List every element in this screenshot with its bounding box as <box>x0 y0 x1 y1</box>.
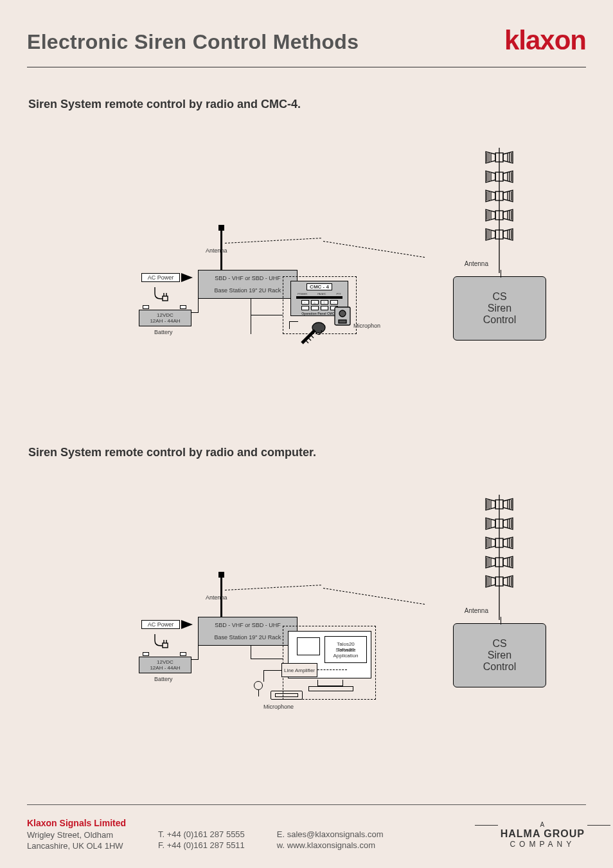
page-title: Electronic Siren Control Methods <box>27 30 359 54</box>
radio-wave1-2 <box>225 585 321 590</box>
svg-rect-13 <box>339 320 346 323</box>
battery-box: 12VDC 12AH - 44AH <box>139 310 191 326</box>
fax: F. +44 (0)161 287 5511 <box>158 840 245 851</box>
base-antenna-label-2: Antenna <box>206 594 227 601</box>
base2-l1: SBD - VHF or SBD - UHF <box>215 622 281 628</box>
talos-l1: Talos20 <box>337 647 355 653</box>
brand-logo: klaxon <box>504 27 586 54</box>
siren2-l3: Control <box>483 661 517 673</box>
siren-antenna-icon-2 <box>482 495 517 620</box>
antenna2-stem <box>501 270 501 278</box>
mouse-icon <box>254 681 263 690</box>
footer-rule <box>27 804 586 805</box>
halma-logo: A HALMA GROUP COMPANY <box>501 821 585 849</box>
microphone-label-2: Microphone <box>263 704 294 710</box>
addr1: Wrigley Street, Oldham <box>27 829 126 841</box>
siren-antenna-label-2: Antenna <box>465 607 488 614</box>
cmc-display-bar <box>296 296 342 299</box>
monitor-foot-icon <box>308 686 353 691</box>
ac-power-label-2: AC Power <box>141 620 180 629</box>
siren-l3: Control <box>483 314 517 326</box>
mic-to-amp-h <box>263 670 281 671</box>
line-amplifier-box: Line Amplifier <box>281 663 317 677</box>
mic-wire1 <box>289 321 298 322</box>
talos-software-box: Talos20 <box>324 636 367 663</box>
radio-wave2-icon <box>323 241 425 258</box>
cs-siren-control-box: CS Siren Control <box>453 276 546 341</box>
footer-phone: T. +44 (0)161 287 5555 F. +44 (0)161 287… <box>158 817 245 852</box>
halma-main: HALMA GROUP <box>501 828 585 840</box>
line-amp-dashed <box>317 669 347 670</box>
base-to-pc-h <box>251 659 283 659</box>
cs-siren-control-box-2: CS Siren Control <box>453 623 546 687</box>
battery-caption-2: Battery <box>154 676 173 682</box>
siren2-l2: Siren <box>488 650 511 661</box>
diagram-cmc4: CS Siren Control Antenna Antenna <box>96 148 559 360</box>
siren2-l1: CS <box>492 638 506 650</box>
page-header: Electronic Siren Control Methods klaxon <box>27 27 586 67</box>
mic-wire2 <box>289 321 290 329</box>
base-line2: Base Station 19" 2U Rack <box>215 287 281 294</box>
batt-wire2-2 <box>198 646 199 660</box>
email: E. sales@klaxonsignals.com <box>277 829 384 840</box>
cmc-led-ptt: PTT <box>336 292 341 296</box>
diagram-computer: CS Siren Control Antenna Antenna AC Powe… <box>96 495 559 707</box>
siren-l1: CS <box>492 291 506 303</box>
section2-heading: Siren System remote control by radio and… <box>28 446 316 459</box>
ac-power-arrow-icon <box>181 273 193 282</box>
plug-icon <box>151 286 170 305</box>
cmc-btn-row1: ←△▽→ <box>291 300 348 305</box>
siren-antenna-label: Antenna <box>465 260 488 267</box>
svg-rect-8 <box>163 296 168 301</box>
siren-antenna-icon <box>482 148 517 273</box>
battery-caption: Battery <box>154 329 173 335</box>
radio-wave2-2 <box>323 588 425 605</box>
siren-l2: Siren <box>488 303 511 314</box>
section1-heading: Siren System remote control by radio and… <box>28 98 301 111</box>
batt-wire1 <box>191 312 198 313</box>
plug-icon-2 <box>151 633 170 652</box>
mouse-cable <box>258 690 259 696</box>
company-name: Klaxon Signals Limited <box>27 817 126 829</box>
batt-wire2 <box>198 299 199 313</box>
base-to-panel-h <box>251 315 283 315</box>
tel: T. +44 (0)161 287 5555 <box>158 829 245 840</box>
antenna2-stem-2 <box>501 617 501 624</box>
cmc-led-power: POWER <box>298 292 307 296</box>
monitor-window-icon <box>297 637 320 655</box>
base-to-panel-v <box>251 299 251 334</box>
footer-address: Klaxon Signals Limited Wrigley Street, O… <box>27 817 126 852</box>
halma-a: A <box>540 821 546 828</box>
microphone-label: Microphon <box>353 323 380 329</box>
microphone-icon <box>297 316 329 348</box>
battery-l2: 12AH - 44AH <box>150 318 180 324</box>
battery2-l1: 12VDC <box>157 659 173 665</box>
svg-rect-19 <box>163 643 168 648</box>
web: w. www.klaxonsignals.com <box>277 840 384 851</box>
batt-wire1-2 <box>191 659 198 660</box>
keyboard-icon <box>271 691 303 700</box>
line-amp-text: Line Amplifier <box>284 668 315 673</box>
cmc-leds-row: POWER PA MIC PTT <box>291 292 348 296</box>
battery-box-2: 12VDC 12AH - 44AH <box>139 657 191 673</box>
ac-power-arrow-2 <box>181 620 193 629</box>
cmc-title: CMC - 4 <box>306 283 332 290</box>
base-antenna-label: Antenna <box>206 247 227 254</box>
speaker-icon <box>333 306 351 326</box>
footer-online: E. sales@klaxonsignals.com w. www.klaxon… <box>277 817 384 852</box>
battery2-l2: 12AH - 44AH <box>150 665 180 671</box>
base-line1: SBD - VHF or SBD - UHF <box>215 275 281 281</box>
base-to-pc-v <box>251 646 251 659</box>
base2-l2: Base Station 19" 2U Rack <box>215 634 281 641</box>
addr2: Lancashire, UK OL4 1HW <box>27 840 126 852</box>
monitor-neck-icon <box>317 680 343 686</box>
halma-sub: COMPANY <box>501 840 585 849</box>
battery-l1: 12VDC <box>157 312 173 318</box>
cmc-led-mic: PA MIC <box>317 292 326 296</box>
radio-wave1-icon <box>225 238 321 244</box>
mic-to-amp-v <box>263 670 264 682</box>
svg-point-12 <box>339 310 346 317</box>
ac-power-label: AC Power <box>141 273 180 282</box>
